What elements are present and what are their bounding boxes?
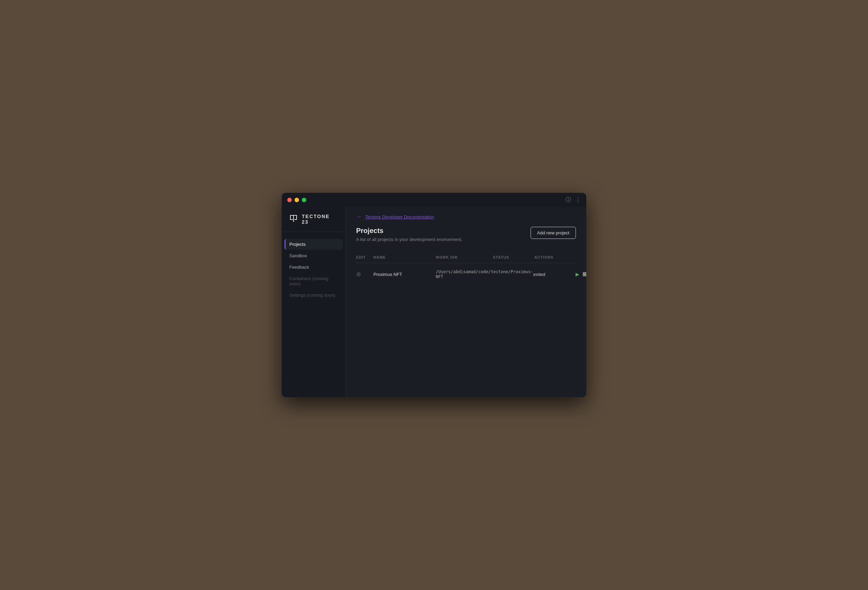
row-actions-cell: ▶ ⋮ 🗑: [575, 271, 586, 278]
stop-button[interactable]: [583, 272, 586, 276]
sidebar-item-feedback[interactable]: Feedback: [285, 262, 342, 272]
row-name-cell: Proximus NFT: [373, 272, 436, 277]
projects-table: EDIT NAME WORK DIR STATUS ACTIONS ⚙ Prox…: [356, 253, 576, 284]
svg-rect-1: [293, 215, 294, 222]
page-title-area: Projects A list of all projects in your …: [356, 227, 462, 242]
main-content: → Tectone Developer Documentation Projec…: [346, 207, 586, 397]
breadcrumb: → Tectone Developer Documentation: [356, 214, 576, 220]
maximize-button[interactable]: [302, 198, 306, 202]
breadcrumb-link[interactable]: Tectone Developer Documentation: [365, 214, 434, 219]
titlebar-actions: ⓘ ⋮: [565, 196, 581, 204]
table-row: ⚙ Proximus NFT /Users/abdisamad/code/tec…: [356, 265, 576, 284]
app-body: TECTONE 23 Projects Sandbox Feedback Con…: [282, 207, 586, 397]
sidebar: TECTONE 23 Projects Sandbox Feedback Con…: [282, 207, 346, 397]
row-workdir-cell: /Users/abdisamad/code/tectone/Proximus-N…: [436, 269, 533, 279]
col-header-status: STATUS: [493, 255, 534, 259]
col-header-name: NAME: [373, 255, 436, 259]
traffic-lights: [287, 198, 306, 202]
titlebar: ⓘ ⋮: [282, 193, 586, 207]
sidebar-item-containers: Containers (coming soon): [285, 273, 342, 289]
col-header-edit: EDIT: [356, 255, 373, 259]
sidebar-item-settings: Settings (coming soon): [285, 290, 342, 300]
add-project-button[interactable]: Add new project: [531, 227, 576, 239]
svg-rect-3: [296, 215, 297, 219]
minimize-button[interactable]: [295, 198, 299, 202]
play-button[interactable]: ▶: [575, 271, 580, 278]
close-button[interactable]: [287, 198, 292, 202]
gear-icon[interactable]: ⚙: [356, 271, 361, 277]
info-icon[interactable]: ⓘ: [565, 196, 571, 204]
logo-text: TECTONE 23: [302, 214, 338, 225]
logo-area: TECTONE 23: [282, 214, 345, 232]
table-header: EDIT NAME WORK DIR STATUS ACTIONS: [356, 253, 576, 263]
breadcrumb-arrow: →: [356, 214, 362, 220]
row-status-cell: exited: [533, 272, 575, 277]
app-window: ⓘ ⋮ TEC: [282, 193, 586, 397]
svg-rect-5: [294, 219, 297, 220]
sidebar-item-projects[interactable]: Projects: [285, 239, 342, 250]
logo-icon: [289, 214, 298, 225]
col-header-workdir: WORK DIR: [436, 255, 493, 259]
more-options-icon[interactable]: ⋮: [575, 197, 581, 203]
svg-rect-4: [290, 219, 293, 220]
sidebar-item-sandbox[interactable]: Sandbox: [285, 250, 342, 261]
nav-items: Projects Sandbox Feedback Containers (co…: [282, 239, 345, 300]
row-edit-cell: ⚙: [356, 271, 373, 278]
page-title: Projects: [356, 227, 462, 235]
col-header-actions: ACTIONS: [534, 255, 576, 259]
svg-rect-2: [290, 215, 291, 219]
page-header: Projects A list of all projects in your …: [356, 227, 576, 242]
logo: TECTONE 23: [289, 214, 338, 225]
page-subtitle: A list of all projects in your developme…: [356, 237, 462, 242]
